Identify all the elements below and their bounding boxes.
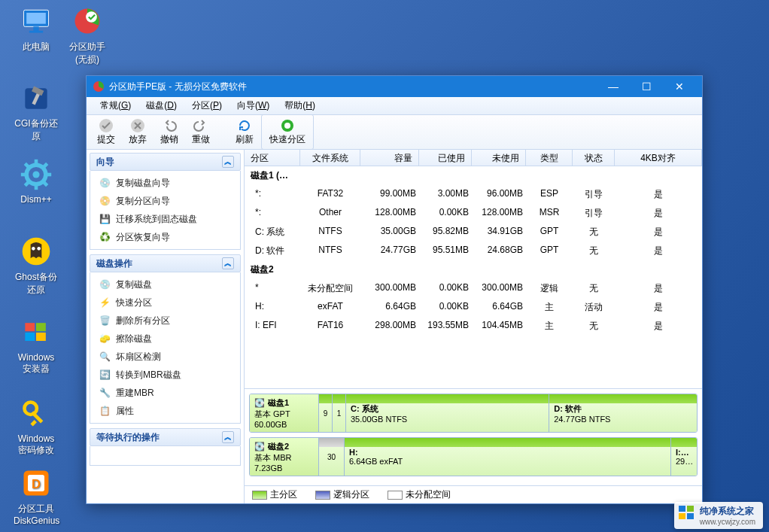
desktop-icon-ghost[interactable]: Ghost备份还原 xyxy=(14,235,59,296)
convert-icon: 🔄 xyxy=(98,368,111,382)
wizard-copy-disk[interactable]: 💿复制磁盘向导 xyxy=(90,174,240,192)
pending-panel-header[interactable]: 等待执行的操作︽ xyxy=(90,428,241,446)
disk2-info: 💽磁盘2 基本 MBR 7.23GB xyxy=(250,438,319,476)
desktop-icon-dism[interactable]: Dism++ xyxy=(14,158,59,205)
diskop-wipe[interactable]: 🧽擦除磁盘 xyxy=(90,330,240,348)
desktop-icon-diskgenius[interactable]: D 分区工具DiskGenius xyxy=(14,467,59,526)
wizard-panel-header[interactable]: 向导︽ xyxy=(90,153,241,171)
svg-line-15 xyxy=(25,163,29,168)
props-icon: 📋 xyxy=(98,404,111,418)
menu-general[interactable]: 常规(G) xyxy=(93,99,138,112)
menu-partition[interactable]: 分区(P) xyxy=(184,99,229,112)
undo-button[interactable]: 撤销 xyxy=(154,116,184,148)
redo-icon xyxy=(193,118,208,133)
quick-partition-button[interactable]: 快速分区 xyxy=(261,114,314,150)
app-icon xyxy=(93,81,105,93)
desktop-icon-cgi-backup[interactable]: CGI备份还原 xyxy=(14,81,59,143)
maximize-button[interactable]: ☐ xyxy=(630,76,663,97)
desktop-icon-win-installer[interactable]: Windows安装器 xyxy=(14,316,59,375)
refresh-button[interactable]: 刷新 xyxy=(229,116,260,148)
diskop-properties[interactable]: 📋属性 xyxy=(90,402,240,420)
delete-icon: 🗑️ xyxy=(98,314,111,327)
table-row[interactable]: D: 软件NTFS24.77GB95.51MB24.68GBGPT无是 xyxy=(245,242,702,260)
col-partition[interactable]: 分区 xyxy=(245,150,300,166)
table-row[interactable]: I: EFIFAT16298.00MB193.55MB104.45MB主无是 xyxy=(245,317,702,336)
desktop-icon-win-password[interactable]: Windows密码修改 xyxy=(14,397,59,457)
svg-rect-2 xyxy=(33,26,38,30)
svg-point-20 xyxy=(32,247,35,251)
disk1-bar[interactable]: 💽磁盘1 基本 GPT 60.00GB 9 1 C: 系统35.00GB NTF… xyxy=(249,394,698,433)
seg-esp[interactable]: 9 xyxy=(319,394,333,432)
disk-icon: 💿 xyxy=(98,176,111,190)
col-4k[interactable]: 4KB对齐 xyxy=(615,150,702,166)
collapse-icon[interactable]: ︽ xyxy=(222,431,234,443)
wizard-migrate-ssd[interactable]: 💾迁移系统到固态磁盘 xyxy=(90,210,240,228)
desktop-icon-this-pc[interactable]: 此电脑 xyxy=(14,5,59,53)
disk-bar-area: 💽磁盘1 基本 GPT 60.00GB 9 1 C: 系统35.00GB NTF… xyxy=(245,388,702,485)
refresh-icon xyxy=(237,118,252,133)
svg-point-5 xyxy=(86,11,97,23)
diskop-quick[interactable]: ⚡快速分区 xyxy=(90,293,240,312)
submit-button[interactable]: 提交 xyxy=(91,116,121,148)
svg-rect-22 xyxy=(25,323,35,331)
col-used[interactable]: 已使用 xyxy=(419,150,472,166)
menu-wizard[interactable]: 向导(W) xyxy=(229,99,277,112)
recover-icon: ♻️ xyxy=(98,230,111,244)
disk1-title[interactable]: 磁盘1 (… xyxy=(245,166,702,185)
seg-unalloc[interactable]: 30 xyxy=(319,438,345,476)
collapse-icon[interactable]: ︽ xyxy=(222,257,234,269)
table-row[interactable]: H:exFAT6.64GB0.00KB6.64GB主活动是 xyxy=(245,298,702,317)
disk2-title[interactable]: 磁盘2 xyxy=(245,260,702,279)
desktop-icon-partition-assist[interactable]: 分区助手(无损) xyxy=(65,5,110,66)
table-row[interactable]: *:Other128.00MB0.00KB128.00MBMSR引导是 xyxy=(245,204,702,223)
col-status[interactable]: 状态 xyxy=(573,150,615,166)
windows-icon xyxy=(20,316,53,349)
partition-grid[interactable]: 磁盘1 (… *:FAT3299.00MB3.00MB96.00MBESP引导是… xyxy=(245,166,702,388)
wipe-icon: 🧽 xyxy=(98,332,111,345)
copy-icon: 💿 xyxy=(98,278,111,291)
col-filesystem[interactable]: 文件系统 xyxy=(300,150,360,166)
seg-h-drive[interactable]: H:6.64GB exFAT xyxy=(345,438,671,476)
seg-d-drive[interactable]: D: 软件24.77GB NTFS xyxy=(549,394,697,432)
side-panel: 向导︽ 💿复制磁盘向导 📀复制分区向导 💾迁移系统到固态磁盘 ♻️分区恢复向导 … xyxy=(87,150,245,503)
minimize-button[interactable]: — xyxy=(597,76,630,97)
seg-c-drive[interactable]: C: 系统35.00GB NTFS xyxy=(346,394,549,432)
diskop-copy[interactable]: 💿复制磁盘 xyxy=(90,275,240,293)
cross-icon xyxy=(130,118,145,133)
key-icon xyxy=(20,397,53,430)
menu-disk[interactable]: 磁盘(D) xyxy=(138,99,184,112)
wizard-recover[interactable]: ♻️分区恢复向导 xyxy=(90,228,240,246)
menu-help[interactable]: 帮助(H) xyxy=(277,99,323,112)
diskop-delete-all[interactable]: 🗑️删除所有分区 xyxy=(90,312,240,330)
col-capacity[interactable]: 容量 xyxy=(360,150,419,166)
seg-i-drive[interactable]: I:…29… xyxy=(671,438,697,476)
pie-icon xyxy=(71,5,104,38)
diskops-panel-header[interactable]: 磁盘操作︽ xyxy=(90,254,241,272)
svg-rect-40 xyxy=(687,513,694,519)
titlebar[interactable]: 分区助手PE版 - 无损分区免费软件 — ☐ ✕ xyxy=(87,76,702,97)
pending-panel: 等待执行的操作︽ xyxy=(90,428,241,466)
svg-rect-1 xyxy=(26,13,46,24)
collapse-icon[interactable]: ︽ xyxy=(222,156,234,168)
legend-free: 未分配空间 xyxy=(388,488,451,501)
table-row[interactable]: C: 系统NTFS35.00GB95.82MB34.91GBGPT无是 xyxy=(245,223,702,242)
seg-msr[interactable]: 1 xyxy=(333,394,346,432)
diskop-badsector[interactable]: 🔍坏扇区检测 xyxy=(90,348,240,366)
wizard-copy-partition[interactable]: 📀复制分区向导 xyxy=(90,192,240,210)
menubar: 常规(G) 磁盘(D) 分区(P) 向导(W) 帮助(H) xyxy=(87,97,702,115)
diskop-rebuild-mbr[interactable]: 🔧重建MBR xyxy=(90,384,240,402)
svg-line-18 xyxy=(43,163,47,168)
diskop-mbr-convert[interactable]: 🔄转换到MBR磁盘 xyxy=(90,366,240,384)
diskops-panel: 磁盘操作︽ 💿复制磁盘 ⚡快速分区 🗑️删除所有分区 🧽擦除磁盘 🔍坏扇区检测 … xyxy=(90,254,241,424)
disk2-bar[interactable]: 💽磁盘2 基本 MBR 7.23GB 30 H:6.64GB exFAT I:…… xyxy=(249,437,698,476)
watermark: 纯净系统之家 www.ycwjzy.com xyxy=(674,502,763,529)
col-free[interactable]: 未使用 xyxy=(472,150,526,166)
scan-icon: 🔍 xyxy=(98,350,111,363)
table-row[interactable]: *:FAT3299.00MB3.00MB96.00MBESP引导是 xyxy=(245,185,702,204)
redo-button[interactable]: 重做 xyxy=(186,116,216,148)
discard-button[interactable]: 放弃 xyxy=(123,116,153,148)
col-type[interactable]: 类型 xyxy=(526,150,573,166)
gear-icon xyxy=(20,158,53,191)
close-button[interactable]: ✕ xyxy=(663,76,696,97)
table-row[interactable]: *未分配空间300.00MB0.00KB300.00MB逻辑无是 xyxy=(245,279,702,298)
